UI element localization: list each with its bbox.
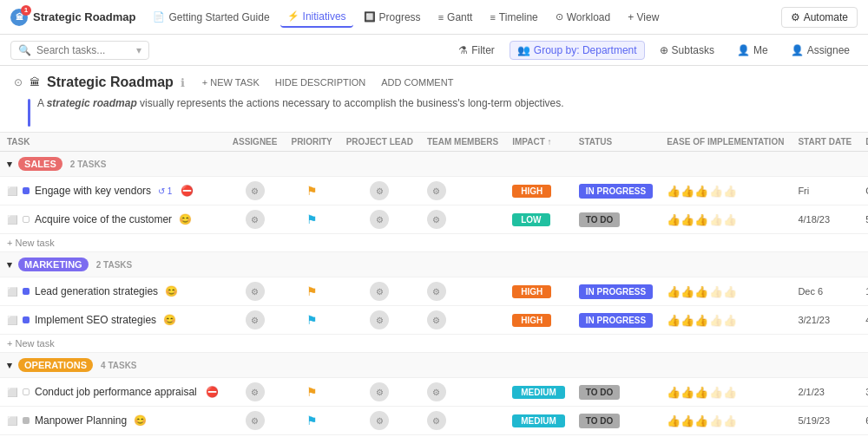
- project-lead-avatar[interactable]: ⚙: [370, 282, 389, 301]
- task-priority-cell[interactable]: ⚑: [284, 205, 339, 234]
- team-member-avatar[interactable]: ⚙: [427, 382, 446, 401]
- project-lead-avatar[interactable]: ⚙: [370, 310, 389, 329]
- task-status-cell[interactable]: IN PROGRESS: [572, 306, 660, 335]
- assignee-avatar[interactable]: ⚙: [246, 411, 265, 430]
- group-collapse-marketing[interactable]: ▾: [7, 259, 12, 270]
- task-priority-cell[interactable]: ⚑: [284, 407, 339, 435]
- collapse-icon[interactable]: ⊙: [14, 76, 23, 88]
- new-task-button-cell[interactable]: + New task: [0, 335, 868, 353]
- task-team-cell[interactable]: ⚙: [420, 306, 505, 335]
- status-badge[interactable]: TO DO: [579, 414, 620, 428]
- filter-button[interactable]: ⚗ Filter: [450, 41, 503, 60]
- task-team-cell[interactable]: ⚙: [420, 277, 505, 306]
- task-checkbox[interactable]: ⬜: [7, 186, 17, 196]
- task-assignee-cell[interactable]: ⚙: [226, 277, 285, 306]
- task-checkbox[interactable]: ⬜: [7, 388, 17, 397]
- task-ease-cell: 👍👍👍👍👍: [660, 277, 791, 306]
- task-checkbox[interactable]: ⬜: [7, 287, 17, 297]
- task-status-cell[interactable]: IN PROGRESS: [572, 177, 660, 205]
- team-member-avatar[interactable]: ⚙: [427, 310, 446, 329]
- new-task-row[interactable]: + New task: [0, 335, 868, 353]
- task-team-cell[interactable]: ⚙: [420, 407, 505, 435]
- task-checkbox[interactable]: ⬜: [7, 416, 17, 426]
- task-status-cell[interactable]: TO DO: [572, 378, 660, 407]
- priority-flag-icon[interactable]: ⚑: [306, 313, 318, 327]
- new-task-label[interactable]: + New task: [7, 238, 55, 248]
- task-checkbox[interactable]: ⬜: [7, 316, 17, 325]
- group-by-button[interactable]: 👥 Group by: Department: [510, 41, 645, 60]
- task-due-date: 1/4/23: [858, 277, 868, 306]
- app-avatar: 🏛 1: [10, 9, 28, 26]
- team-member-avatar[interactable]: ⚙: [427, 282, 446, 301]
- assignee-avatar[interactable]: ⚙: [246, 382, 265, 401]
- task-assignee-cell[interactable]: ⚙: [226, 205, 285, 234]
- priority-flag-icon[interactable]: ⚑: [306, 212, 318, 226]
- priority-flag-icon[interactable]: ⚑: [306, 184, 318, 198]
- nav-logo[interactable]: 🏛 1 Strategic Roadmap: [10, 9, 135, 26]
- emoji-icon: 😊: [165, 285, 178, 297]
- group-collapse-operations[interactable]: ▾: [7, 360, 12, 370]
- nav-workload[interactable]: ⊙ Workload: [549, 8, 617, 27]
- team-member-avatar[interactable]: ⚙: [427, 181, 446, 200]
- task-team-cell[interactable]: ⚙: [420, 378, 505, 407]
- task-lead-cell[interactable]: ⚙: [339, 277, 420, 306]
- new-task-label[interactable]: + New task: [7, 338, 55, 349]
- me-button[interactable]: 👤 Me: [729, 41, 776, 60]
- project-lead-avatar[interactable]: ⚙: [370, 411, 389, 430]
- status-badge[interactable]: TO DO: [579, 212, 620, 227]
- nav-plus-view[interactable]: + View: [621, 8, 666, 27]
- status-badge[interactable]: TO DO: [579, 385, 620, 400]
- task-team-cell[interactable]: ⚙: [420, 177, 505, 205]
- team-member-avatar[interactable]: ⚙: [427, 411, 446, 430]
- status-badge[interactable]: IN PROGRESS: [579, 184, 653, 199]
- nav-timeline[interactable]: ≡ Timeline: [483, 8, 544, 27]
- status-badge[interactable]: IN PROGRESS: [579, 284, 653, 299]
- priority-flag-icon[interactable]: ⚑: [306, 385, 318, 399]
- search-input[interactable]: [36, 44, 131, 56]
- hide-desc-button[interactable]: HIDE DESCRIPTION: [272, 75, 370, 89]
- new-task-button-cell[interactable]: + New task: [0, 234, 868, 252]
- task-status-cell[interactable]: TO DO: [572, 205, 660, 234]
- task-assignee-cell[interactable]: ⚙: [226, 407, 285, 435]
- new-task-button[interactable]: + NEW TASK: [199, 75, 263, 89]
- subtasks-button[interactable]: ⊕ Subtasks: [652, 41, 722, 60]
- task-checkbox[interactable]: ⬜: [7, 215, 17, 225]
- priority-flag-icon[interactable]: ⚑: [306, 284, 318, 298]
- search-box[interactable]: 🔍 ▾: [10, 41, 149, 60]
- assignee-avatar[interactable]: ⚙: [246, 310, 265, 329]
- task-lead-cell[interactable]: ⚙: [339, 205, 420, 234]
- task-assignee-cell[interactable]: ⚙: [226, 177, 285, 205]
- assignee-avatar[interactable]: ⚙: [246, 181, 265, 200]
- task-priority-cell[interactable]: ⚑: [284, 306, 339, 335]
- task-status-cell[interactable]: TO DO: [572, 407, 660, 435]
- task-lead-cell[interactable]: ⚙: [339, 407, 420, 435]
- task-assignee-cell[interactable]: ⚙: [226, 378, 285, 407]
- assignee-avatar[interactable]: ⚙: [246, 282, 265, 301]
- new-task-row[interactable]: + New task: [0, 234, 868, 252]
- nav-progress[interactable]: 🔲 Progress: [357, 8, 428, 27]
- task-lead-cell[interactable]: ⚙: [339, 306, 420, 335]
- task-team-cell[interactable]: ⚙: [420, 205, 505, 234]
- add-comment-button[interactable]: ADD COMMENT: [378, 75, 457, 89]
- task-lead-cell[interactable]: ⚙: [339, 378, 420, 407]
- automate-button[interactable]: ⚙ Automate: [781, 7, 858, 28]
- task-assignee-cell[interactable]: ⚙: [226, 306, 285, 335]
- nav-gantt[interactable]: ≡ Gantt: [431, 8, 480, 27]
- priority-flag-icon[interactable]: ⚑: [306, 414, 318, 427]
- project-lead-avatar[interactable]: ⚙: [370, 210, 389, 229]
- status-badge[interactable]: IN PROGRESS: [579, 313, 653, 328]
- task-lead-cell[interactable]: ⚙: [339, 177, 420, 205]
- group-collapse-sales[interactable]: ▾: [7, 159, 12, 169]
- project-lead-avatar[interactable]: ⚙: [370, 181, 389, 200]
- task-priority-cell[interactable]: ⚑: [284, 177, 339, 205]
- assignee-avatar[interactable]: ⚙: [246, 210, 265, 229]
- nav-initiatives[interactable]: ⚡ Initiatives: [280, 7, 353, 28]
- team-member-avatar[interactable]: ⚙: [427, 210, 446, 229]
- assignee-button[interactable]: 👤 Assignee: [783, 41, 858, 60]
- task-priority-cell[interactable]: ⚑: [284, 277, 339, 306]
- nav-getting-started[interactable]: 📄 Getting Started Guide: [146, 8, 276, 27]
- task-count-operations: 4 TASKS: [101, 361, 137, 370]
- project-lead-avatar[interactable]: ⚙: [370, 382, 389, 401]
- task-status-cell[interactable]: IN PROGRESS: [572, 277, 660, 306]
- task-priority-cell[interactable]: ⚑: [284, 378, 339, 407]
